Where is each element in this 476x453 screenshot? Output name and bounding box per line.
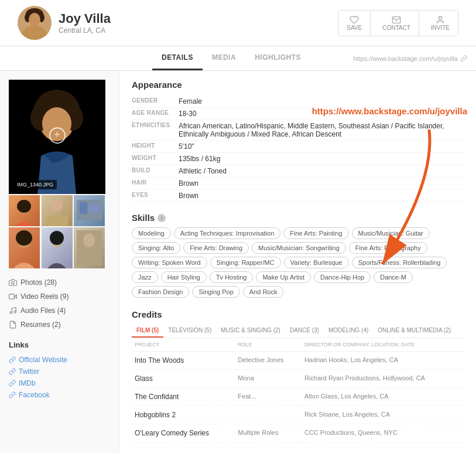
tab-details[interactable]: DETAILS	[152, 46, 203, 70]
nav-url-text: https://www.backstage.com/u/joyvilla	[353, 55, 458, 62]
skills-title: Skills	[132, 213, 155, 223]
credit-row-2: The Confidant Feat... Alton Glass, Los A…	[132, 388, 464, 406]
link-official[interactable]: Official Website	[9, 354, 111, 366]
sidebar-audio[interactable]: Audio Files (4)	[9, 304, 111, 318]
thumbnail-5[interactable]	[42, 227, 73, 268]
link-facebook[interactable]: Facebook	[9, 389, 111, 401]
app-value: Athletic / Toned	[179, 167, 227, 175]
nav-tabs: DETAILS MEDIA HIGHLIGHTS https://www.bac…	[0, 46, 476, 71]
credits-title: Credits	[132, 309, 464, 319]
svg-point-24	[50, 231, 64, 245]
resumes-label: Resumes (2)	[20, 321, 61, 329]
contact-label: CONTACT	[382, 25, 410, 31]
skill-tag: Variety: Burlesque	[284, 257, 349, 268]
app-label: HAIR	[132, 179, 179, 188]
sidebar-resumes[interactable]: Resumes (2)	[9, 318, 111, 332]
contact-button[interactable]: CONTACT	[374, 11, 419, 36]
video-icon	[9, 292, 17, 301]
app-label: WEIGHT	[132, 155, 179, 163]
credit-role	[235, 406, 302, 424]
resume-icon	[9, 321, 17, 329]
save-button[interactable]: SAVE	[338, 11, 371, 36]
appearance-title: Appearance	[132, 80, 464, 90]
skill-tag: Music/Musician: Songwriting	[252, 242, 346, 254]
invite-label: INVITE	[431, 25, 450, 31]
app-label: EYES	[132, 192, 179, 200]
skill-tag: Sports/Fitness: Rollerblading	[352, 257, 447, 268]
audio-label: Audio Files (4)	[20, 306, 66, 315]
svg-rect-19	[80, 202, 87, 214]
app-row-height: HEIGHT 5'10"	[132, 141, 464, 153]
credit-role: Feat...	[235, 388, 302, 406]
svg-rect-20	[89, 204, 99, 212]
app-value: 18-30	[179, 110, 197, 118]
credit-tab-5[interactable]: ONLINE & MULTIMEDIA (2)	[373, 324, 456, 338]
svg-marker-28	[14, 295, 16, 298]
svg-point-30	[10, 312, 12, 314]
credit-tab-0[interactable]: FILM (5)	[132, 324, 163, 338]
app-row-weight: WEIGHT 135lbs / 61kg	[132, 153, 464, 165]
col-project: PROJECT	[132, 338, 235, 352]
credit-project: The Confidant	[132, 388, 235, 406]
credit-company: Hadrian Hooks, Los Angeles, CA	[302, 352, 464, 370]
thumbnail-4[interactable]	[9, 227, 40, 268]
credit-project: O'Leary Comedy Series	[132, 424, 235, 442]
app-label: AGE RANGE	[132, 110, 179, 118]
profile-photo[interactable]: + IMG_1340.JPG	[9, 80, 105, 194]
app-row-age: AGE RANGE 18-30	[132, 108, 464, 120]
svg-point-1	[22, 26, 47, 40]
thumbnail-grid-row2	[9, 227, 105, 268]
app-label: ETHNICITIES	[132, 122, 179, 138]
svg-point-15	[17, 200, 31, 213]
credit-tab-3[interactable]: DANCE (3)	[285, 324, 324, 338]
thumbnail-6[interactable]	[74, 227, 105, 268]
nav-url: https://www.backstage.com/u/joyvilla	[353, 55, 476, 62]
link-twitter[interactable]: Twitter	[9, 366, 111, 377]
credit-project: Into The Woods	[132, 352, 235, 370]
header-name: Joy Villa	[59, 11, 111, 26]
skill-tag: Singing Pop	[192, 286, 239, 298]
credit-role: Detective Jones	[235, 352, 302, 370]
thumbnail-3[interactable]	[74, 195, 105, 226]
skill-tag: Singing: Alto	[132, 242, 180, 254]
skill-tag: And Rock	[243, 286, 284, 298]
photo-plus-icon: +	[49, 127, 66, 144]
thumbnail-grid-row1	[9, 195, 105, 226]
link-imdb-label: IMDb	[19, 379, 36, 387]
invite-button[interactable]: INVITE	[423, 11, 458, 36]
app-value: African American, Latino/Hispanic, Middl…	[179, 122, 464, 138]
skill-tags: ModelingActing Techniques: Improvisation…	[132, 227, 464, 298]
audio-icon	[9, 306, 17, 315]
credit-row-4: O'Leary Comedy Series Multiple Roles CCC…	[132, 424, 464, 442]
header: Joy Villa Central LA, CA SAVE CONTACT IN…	[0, 0, 476, 46]
skills-info-icon[interactable]: i	[157, 214, 166, 222]
tab-highlights[interactable]: HIGHLIGHTS	[245, 46, 310, 70]
credit-company: CCC Productions, Queens, NYC	[302, 424, 464, 442]
sidebar-photos[interactable]: Photos (28)	[9, 275, 111, 289]
tab-media[interactable]: MEDIA	[203, 46, 245, 70]
header-location: Central LA, CA	[59, 26, 111, 35]
sidebar-videos[interactable]: Video Reels (9)	[9, 289, 111, 304]
skills-section: Skills i ModelingActing Techniques: Impr…	[132, 213, 464, 298]
credits-tabs: FILM (5)TELEVISION (5)MUSIC & SINGING (2…	[132, 324, 464, 338]
link-twitter-label: Twitter	[19, 367, 39, 376]
thumbnail-2[interactable]	[42, 195, 73, 226]
skill-tag: Fashion Design	[132, 286, 189, 298]
skill-tag: Fine Arts: Painting	[283, 227, 348, 239]
skill-tag: Dance-Hip Hop	[314, 271, 371, 283]
app-row-gender: GENDER Female	[132, 96, 464, 108]
skill-tag: Hair Styling	[161, 271, 207, 283]
col-company: DIRECTOR OR COMPANY; LOCATION; DATE	[302, 338, 464, 352]
credit-project: Hobgoblins 2	[132, 406, 235, 424]
thumbnail-1[interactable]	[9, 195, 40, 226]
link-icon	[9, 356, 16, 363]
app-value: Brown	[179, 192, 198, 200]
link-imdb[interactable]: IMDb	[9, 377, 111, 389]
camera-icon	[9, 278, 17, 287]
appearance-section: Appearance GENDER Female AGE RANGE 18-30…	[132, 80, 464, 202]
link-icon-3	[9, 380, 16, 387]
credit-tab-4[interactable]: MODELING (4)	[324, 324, 373, 338]
credit-tab-1[interactable]: TELEVISION (5)	[163, 324, 216, 338]
credit-tab-2[interactable]: MUSIC & SINGING (2)	[216, 324, 285, 338]
skills-header: Skills i	[132, 213, 464, 223]
